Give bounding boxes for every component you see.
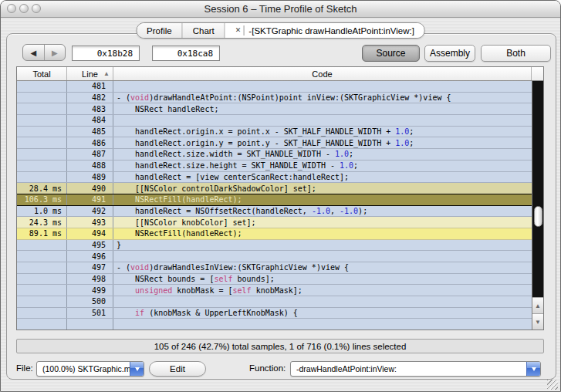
popup-arrow-icon <box>526 362 540 376</box>
code-cell: handleRect.size.width = SKT_HANDLE_WIDTH… <box>113 149 532 160</box>
code-segment: handleRect = [view centerScanRect:handle… <box>117 173 349 181</box>
scroll-down-button[interactable]: ▼ <box>532 313 543 329</box>
address-field-start[interactable] <box>72 46 140 61</box>
minimize-window-button[interactable] <box>19 4 29 13</box>
total-cell <box>17 149 67 160</box>
code-cell: handleRect = NSOffsetRect(handleRect, -1… <box>113 206 532 217</box>
source-view-button[interactable]: Source <box>362 45 420 62</box>
table-row[interactable]: 89.1 ms494 NSRectFill(handleRect); <box>17 228 532 240</box>
code-segment: - ( <box>117 93 130 102</box>
table-row[interactable]: 28.4 ms490 [[NSColor controlDarkShadowCo… <box>17 183 532 194</box>
function-popup[interactable]: -drawHandleAtPoint:inView: <box>290 361 541 377</box>
code-segment: [[NSColor controlDarkShadowColor] set]; <box>117 184 316 193</box>
code-segment: [[NSColor knobColor] set]; <box>117 218 256 227</box>
code-segment: ; <box>409 139 414 147</box>
forward-button[interactable]: ▶ <box>45 45 66 60</box>
table-row[interactable]: 483 NSRect handleRect; <box>17 103 532 115</box>
table-row[interactable]: 488 handleRect.size.height = SKT_HANDLE_… <box>17 161 532 172</box>
scroll-up-button[interactable]: ▲ <box>532 297 543 313</box>
column-header-total[interactable]: Total <box>17 67 67 80</box>
table-row[interactable]: 1.0 ms492 handleRect = NSOffsetRect(hand… <box>17 206 532 218</box>
column-header-line[interactable]: Line ▲ <box>67 67 113 80</box>
forward-icon: ▶ <box>52 49 58 57</box>
code-cell <box>113 81 532 92</box>
table-row[interactable]: 489 handleRect = [view centerScanRect:ha… <box>17 172 532 184</box>
assembly-view-button[interactable]: Assembly <box>424 45 475 62</box>
table-row[interactable]: 481 <box>17 81 532 93</box>
code-cell: unsigned knobMask = [self knobMask]; <box>113 285 532 296</box>
total-cell <box>17 115 67 126</box>
total-cell: 89.1 ms <box>17 228 67 239</box>
history-nav-control: ◀ ▶ <box>22 44 66 61</box>
line-number-cell: 489 <box>67 172 113 183</box>
line-number-cell: 495 <box>67 240 113 251</box>
table-row[interactable] <box>17 319 532 329</box>
back-button[interactable]: ◀ <box>23 45 45 60</box>
total-cell <box>17 172 67 183</box>
code-segment: )drawHandlesInView:(SKTGraphicView *)vie… <box>149 263 349 272</box>
scrollbar-thumb[interactable] <box>534 206 542 227</box>
code-segment: knobMask = [ <box>172 286 232 295</box>
code-segment: 1.0 <box>395 139 409 147</box>
line-number-cell: 500 <box>67 296 113 307</box>
code-segment: )drawHandleAtPoint:(NSPoint)point inView… <box>149 93 451 102</box>
line-number-cell: 481 <box>67 81 113 92</box>
table-row[interactable]: 498 NSRect bounds = [self bounds]; <box>17 274 532 286</box>
code-segment: handleRect.size.height = SKT_HANDLE_WIDT… <box>117 161 340 170</box>
table-row[interactable]: 501 if (knobMask & UpperLeftKnobMask) { <box>17 308 532 319</box>
table-row[interactable]: 499 unsigned knobMask = [self knobMask]; <box>17 285 532 296</box>
line-number-cell <box>67 319 113 329</box>
scrollbar-track[interactable] <box>532 81 543 297</box>
table-row[interactable]: 485 handleRect.origin.x = point.x - SKT_… <box>17 127 532 138</box>
table-row[interactable]: 484 <box>17 115 532 127</box>
line-number-cell: 485 <box>67 127 113 137</box>
line-number-cell: 496 <box>67 251 113 262</box>
address-field-end[interactable] <box>152 46 220 61</box>
table-row[interactable]: 482- (void)drawHandleAtPoint:(NSPoint)po… <box>17 93 532 104</box>
code-segment <box>117 286 135 295</box>
code-segment: 1.0 <box>395 127 409 136</box>
table-row[interactable]: 486 handleRect.origin.y = point.y - SKT_… <box>17 137 532 149</box>
code-segment: handleRect = NSOffsetRect(handleRect, <box>117 207 312 215</box>
code-segment: ; <box>409 127 414 136</box>
code-segment: NSRect bounds = [ <box>117 275 214 283</box>
tab-chart[interactable]: Chart <box>183 23 225 38</box>
table-header: Total Line ▲ Code <box>17 67 543 81</box>
total-cell: 106.3 ms <box>17 194 67 205</box>
window-title: Session 6 – Time Profile of Sketch <box>1 3 560 15</box>
close-tab-icon[interactable]: ✕ <box>235 27 242 34</box>
table-row[interactable]: 497- (void)drawHandlesInView:(SKTGraphic… <box>17 262 532 274</box>
tab-divider <box>243 25 244 35</box>
zoom-window-button[interactable] <box>32 4 41 13</box>
total-cell <box>17 103 67 114</box>
table-row[interactable]: 496 <box>17 251 532 262</box>
table-row[interactable]: 495} <box>17 240 532 252</box>
total-cell <box>17 296 67 307</box>
tab-profile[interactable]: Profile <box>137 23 183 38</box>
code-segment: NSRect handleRect; <box>117 105 218 113</box>
column-header-code[interactable]: Code <box>113 67 532 80</box>
table-row[interactable]: 106.3 ms491 NSRectFill(handleRect); <box>17 194 532 206</box>
table-row[interactable]: 500 <box>17 296 532 308</box>
scroll-up-icon: ▲ <box>535 302 541 309</box>
titlebar[interactable]: Session 6 – Time Profile of Sketch <box>1 1 560 18</box>
line-number-cell: 487 <box>67 149 113 160</box>
code-cell: NSRectFill(handleRect); <box>113 194 532 205</box>
code-cell: NSRect handleRect; <box>113 103 532 114</box>
code-segment: -1.0 <box>340 207 358 215</box>
code-segment: - ( <box>117 263 130 272</box>
table-row[interactable]: 24.3 ms493 [[NSColor knobColor] set]; <box>17 217 532 228</box>
file-popup[interactable]: (100.0%) SKTGraphic.m <box>36 361 144 377</box>
total-cell <box>17 81 67 92</box>
edit-button[interactable]: Edit <box>149 361 206 377</box>
both-view-button[interactable]: Both <box>481 45 551 62</box>
tab-source-browser[interactable]: ✕ -[SKTGraphic drawHandleAtPoint:inView:… <box>225 23 424 38</box>
code-cell: handleRect.size.height = SKT_HANDLE_WIDT… <box>113 161 532 171</box>
table-row[interactable]: 487 handleRect.size.width = SKT_HANDLE_W… <box>17 149 532 161</box>
code-cell <box>113 251 532 262</box>
tab-source-label: -[SKTGraphic drawHandleAtPoint:inView:] <box>248 26 414 35</box>
resize-grip[interactable] <box>547 380 558 390</box>
total-cell <box>17 285 67 296</box>
total-cell <box>17 240 67 251</box>
close-window-button[interactable] <box>7 4 16 13</box>
